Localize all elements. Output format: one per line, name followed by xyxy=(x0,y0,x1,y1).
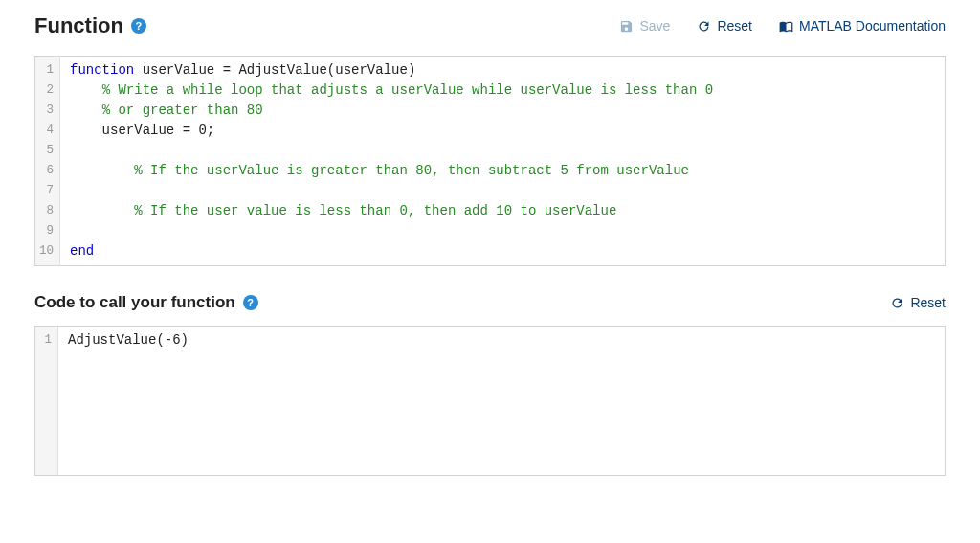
caller-editor[interactable]: 1 AdjustValue(-6) xyxy=(34,326,946,476)
reset-label: Reset xyxy=(910,295,946,310)
title-wrap: Function ? xyxy=(34,13,146,38)
book-icon xyxy=(779,19,793,34)
code-line[interactable]: end xyxy=(70,241,935,261)
line-number: 5 xyxy=(39,141,54,161)
line-number: 1 xyxy=(39,60,54,80)
code-line[interactable] xyxy=(70,141,935,161)
code-line[interactable]: % Write a while loop that adjusts a user… xyxy=(70,80,935,101)
line-number: 7 xyxy=(39,181,54,201)
code-line[interactable] xyxy=(70,181,935,201)
code-area[interactable]: function userValue = AdjustValue(userVal… xyxy=(60,57,945,265)
code-line[interactable]: userValue = 0; xyxy=(70,121,935,141)
code-line[interactable]: function userValue = AdjustValue(userVal… xyxy=(70,60,935,80)
line-number: 10 xyxy=(39,241,54,261)
line-number: 8 xyxy=(39,201,54,221)
line-number: 4 xyxy=(39,121,54,141)
caller-actions: Reset xyxy=(890,295,946,310)
function-title: Function xyxy=(34,13,123,38)
line-number: 9 xyxy=(39,221,54,241)
title-wrap: Code to call your function ? xyxy=(34,293,258,312)
line-number: 2 xyxy=(39,80,54,101)
code-area[interactable]: AdjustValue(-6) xyxy=(58,327,945,475)
function-editor[interactable]: 12345678910 function userValue = AdjustV… xyxy=(34,56,946,266)
help-icon[interactable]: ? xyxy=(243,295,258,310)
line-number: 1 xyxy=(39,330,52,351)
caller-section-header: Code to call your function ? Reset xyxy=(34,293,946,312)
function-section-header: Function ? Save Reset MATLAB Documentati… xyxy=(34,13,946,38)
reset-icon xyxy=(697,19,711,34)
save-label: Save xyxy=(639,18,670,34)
code-line[interactable]: % If the userValue is greater than 80, t… xyxy=(70,161,935,181)
line-gutter: 12345678910 xyxy=(35,57,60,265)
help-icon[interactable]: ? xyxy=(131,18,146,34)
function-actions: Save Reset MATLAB Documentation xyxy=(619,18,946,34)
code-line[interactable]: % or greater than 80 xyxy=(70,101,935,121)
caller-title: Code to call your function xyxy=(34,293,235,312)
reset-icon xyxy=(890,296,904,310)
code-line[interactable]: % If the user value is less than 0, then… xyxy=(70,201,935,221)
line-number: 6 xyxy=(39,161,54,181)
code-line[interactable] xyxy=(70,221,935,241)
save-button: Save xyxy=(619,18,670,34)
reset-button[interactable]: Reset xyxy=(697,18,752,34)
code-line[interactable]: AdjustValue(-6) xyxy=(68,330,935,351)
docs-button[interactable]: MATLAB Documentation xyxy=(779,18,946,34)
docs-label: MATLAB Documentation xyxy=(799,18,946,34)
line-gutter: 1 xyxy=(35,327,58,475)
reset-button[interactable]: Reset xyxy=(890,295,946,310)
line-number: 3 xyxy=(39,101,54,121)
reset-label: Reset xyxy=(717,18,752,34)
save-icon xyxy=(619,19,634,34)
